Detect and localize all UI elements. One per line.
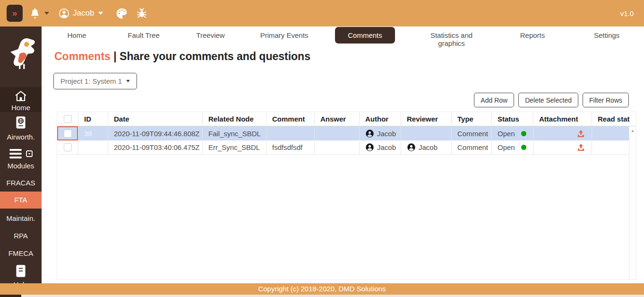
row-checkbox[interactable]	[64, 130, 72, 138]
upload-attachment-icon[interactable]	[577, 143, 585, 151]
modules-expand-icon[interactable]	[26, 150, 33, 158]
table-header-row: ID Date Related Node Comment Answer Auth…	[57, 112, 636, 126]
sidebar-item-home[interactable]: Home	[0, 87, 42, 112]
select-all-cell	[57, 112, 78, 126]
column-header-author[interactable]: Author	[360, 112, 401, 126]
cell-id[interactable]	[78, 140, 108, 154]
column-header-read-status[interactable]: Read stat	[592, 112, 630, 126]
cell-read-status[interactable]	[592, 126, 630, 140]
app-logo bird-logo[interactable]	[0, 34, 42, 75]
cell-answer[interactable]	[315, 140, 360, 154]
main-content: Home Fault Tree Treeview Primary Events …	[42, 26, 644, 284]
user-avatar-icon[interactable]	[59, 8, 69, 19]
bottom-edge-strip	[0, 295, 644, 297]
cell-comment[interactable]	[266, 126, 315, 140]
page-title: Comments | Share your comments and quest…	[54, 50, 310, 63]
add-row-button[interactable]: Add Row	[474, 93, 514, 107]
sidebar-item-fta[interactable]: FTA	[0, 192, 42, 209]
row-select-cell	[57, 140, 78, 154]
column-header-type[interactable]: Type	[452, 112, 492, 126]
cell-author[interactable]: Jacob	[360, 140, 401, 154]
sidebar: Home Airworth. Modules FRACAS FTA Mainta…	[0, 26, 42, 295]
sidebar-item-fmeca[interactable]: FMECA	[0, 249, 42, 257]
table-row[interactable]: 2020-11-09T03:40:06.475Z Err_Sync_SBDL f…	[57, 140, 636, 155]
tab-reports[interactable]: Reports	[496, 26, 569, 52]
column-header-id[interactable]: ID	[78, 112, 108, 126]
person-icon	[407, 143, 416, 152]
column-header-related-node[interactable]: Related Node	[203, 112, 266, 126]
help-icon	[14, 272, 27, 280]
app-version: v1.0	[620, 9, 634, 17]
cell-read-status[interactable]	[592, 140, 630, 154]
sidebar-collapse-button[interactable]: »	[7, 5, 23, 22]
column-header-reviewer[interactable]: Reviewer	[401, 112, 452, 126]
column-header-date[interactable]: Date	[108, 112, 203, 126]
cell-type[interactable]: Comment	[452, 140, 492, 154]
person-icon	[365, 143, 374, 152]
cell-status[interactable]: Open	[492, 140, 533, 154]
tab-statistics-and-graphics[interactable]: Statistics and graphics	[407, 26, 496, 52]
bug-report-icon[interactable]	[136, 7, 148, 19]
person-icon	[365, 129, 374, 138]
tab-fault-tree[interactable]: Fault Tree	[112, 26, 175, 52]
table-row[interactable]: 38 2020-11-09T09:44:46.808Z Fail_sync_SB…	[57, 126, 636, 140]
column-header-status[interactable]: Status	[492, 112, 533, 126]
cell-reviewer[interactable]	[401, 126, 452, 140]
cell-date[interactable]: 2020-11-09T03:40:06.475Z	[108, 140, 203, 154]
notifications-caret-icon[interactable]	[44, 12, 49, 15]
footer: Copyright (c) 2018-2020, DMD Solutions	[0, 283, 644, 295]
comments-table: ID Date Related Node Comment Answer Auth…	[57, 112, 636, 280]
cell-date[interactable]: 2020-11-09T09:44:46.808Z	[108, 126, 203, 140]
chevron-down-icon	[126, 80, 130, 82]
column-header-comment[interactable]: Comment	[266, 112, 315, 126]
row-select-cell	[57, 126, 78, 140]
cell-answer[interactable]	[315, 126, 360, 140]
user-name[interactable]: Jacob	[73, 9, 94, 18]
sidebar-item-fracas[interactable]: FRACAS	[0, 179, 42, 187]
airworthiness-icon	[14, 125, 28, 133]
bottom-left-corner	[0, 295, 21, 297]
cell-attachment[interactable]	[533, 140, 592, 154]
user-menu-caret-icon[interactable]	[98, 12, 103, 15]
sidebar-item-airworthiness[interactable]: Airworth.	[0, 115, 42, 141]
top-bar: » Jacob v1.0	[0, 0, 644, 26]
sidebar-item-label: Airworth.	[0, 133, 42, 141]
cell-attachment[interactable]	[533, 126, 592, 140]
select-all-checkbox[interactable]	[64, 115, 72, 123]
scroll-up-icon[interactable]: ▲	[629, 129, 636, 133]
theme-palette-icon[interactable]	[115, 7, 128, 20]
cell-related-node[interactable]: Err_Sync_SBDL	[203, 140, 266, 154]
cell-related-node[interactable]: Fail_sync_SBDL	[203, 126, 266, 140]
tab-treeview[interactable]: Treeview	[175, 26, 246, 52]
module-tab-bar: Home Fault Tree Treeview Primary Events …	[42, 26, 644, 45]
tab-settings[interactable]: Settings	[569, 26, 644, 52]
delete-selected-button[interactable]: Delete Selected	[518, 93, 578, 107]
sidebar-item-maintain[interactable]: Maintain.	[0, 214, 42, 222]
status-open-dot	[521, 131, 526, 136]
cell-comment[interactable]: fsdfsdfsdf	[266, 140, 315, 154]
notifications-bell-icon[interactable]	[29, 7, 41, 19]
sidebar-item-rpa[interactable]: RPA	[0, 232, 42, 240]
upload-attachment-icon[interactable]	[577, 130, 585, 138]
cell-reviewer[interactable]: Jacob	[401, 140, 452, 154]
status-open-dot	[521, 145, 526, 150]
filter-rows-button[interactable]: Filter Rows	[583, 93, 629, 107]
sidebar-item-modules[interactable]: Modules	[0, 148, 42, 170]
cell-author[interactable]: Jacob	[360, 126, 401, 140]
column-header-answer[interactable]: Answer	[315, 112, 360, 126]
home-icon	[0, 90, 42, 104]
modules-hamburger-icon	[9, 148, 22, 160]
cell-status[interactable]: Open	[492, 126, 533, 140]
tab-primary-events[interactable]: Primary Events	[246, 26, 323, 52]
cell-id[interactable]: 38	[78, 126, 108, 140]
cell-type[interactable]: Comment	[452, 126, 492, 140]
project-selector-dropdown[interactable]: Project 1: System 1	[53, 73, 137, 89]
tab-home[interactable]: Home	[42, 26, 112, 52]
sidebar-item-label: Home	[0, 104, 42, 112]
table-toolbar: Add Row Delete Selected Filter Rows	[474, 93, 629, 107]
column-header-attachment[interactable]: Attachment	[533, 112, 592, 126]
sidebar-item-label: Modules	[0, 162, 42, 170]
row-checkbox[interactable]	[64, 143, 72, 151]
tab-comments[interactable]: Comments	[323, 26, 407, 52]
table-vertical-scrollbar[interactable]: ▲	[629, 126, 636, 280]
